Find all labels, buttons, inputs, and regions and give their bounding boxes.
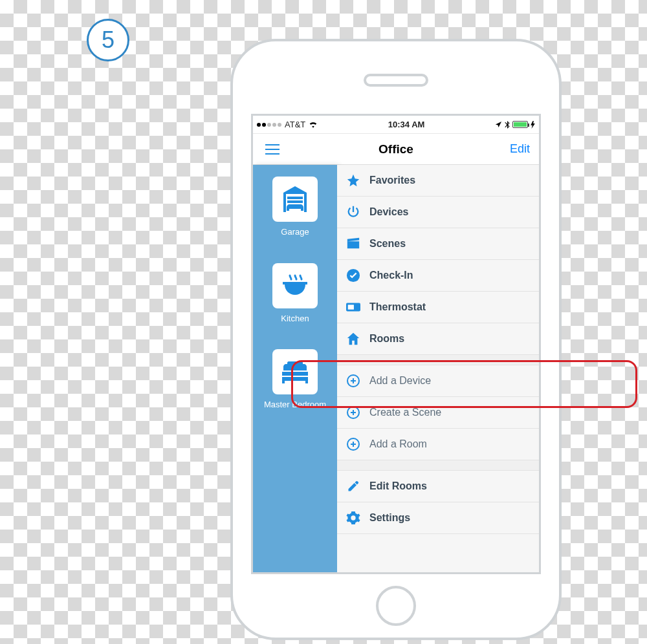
nav-header: Office Edit (253, 134, 539, 165)
menu-item-create-scene[interactable]: Create a Scene (337, 397, 539, 429)
menu-item-label: Add a Room (369, 438, 427, 450)
home-icon (346, 332, 360, 346)
step-number: 5 (102, 27, 115, 54)
plus-circle-icon (346, 437, 360, 451)
bedroom-icon (281, 358, 309, 386)
wifi-icon (309, 121, 318, 128)
svg-rect-2 (348, 305, 354, 309)
bluetooth-icon (505, 121, 510, 129)
kitchen-icon (281, 272, 309, 300)
status-bar: AT&T 10:34 AM (253, 116, 539, 134)
menu-item-thermostat[interactable]: Thermostat (337, 292, 539, 323)
status-right (495, 121, 535, 129)
hamburger-icon (265, 144, 280, 155)
garage-icon (281, 185, 309, 213)
sidebar-item-label: Kitchen (263, 314, 327, 324)
menu-item-label: Favorites (369, 175, 415, 186)
menu-item-label: Check-In (369, 270, 413, 281)
status-time: 10:34 AM (318, 120, 495, 129)
plus-circle-icon (346, 405, 360, 420)
location-icon (495, 121, 502, 128)
app-screen: AT&T 10:34 AM Office Edit (251, 114, 541, 574)
charging-icon (531, 121, 535, 129)
sidebar-item-label: Master Bedroom (263, 400, 327, 410)
menu-item-check-in[interactable]: Check-In (337, 260, 539, 292)
menu-item-favorites[interactable]: Favorites (337, 165, 539, 197)
menu-item-settings[interactable]: Settings (337, 502, 539, 534)
check-circle-icon (346, 268, 360, 283)
menu-item-label: Edit Rooms (369, 480, 427, 492)
menu-item-label: Settings (369, 512, 410, 524)
signal-dots-icon (257, 123, 281, 127)
star-icon (346, 173, 360, 188)
page-title: Office (253, 142, 539, 156)
thermostat-icon (346, 300, 360, 314)
menu-item-add-device[interactable]: Add a Device (337, 365, 539, 397)
menu-item-add-room[interactable]: Add a Room (337, 429, 539, 460)
menu-item-label: Create a Scene (369, 407, 441, 418)
sidebar-item-master-bedroom[interactable]: Master Bedroom (253, 349, 337, 410)
clapper-icon (346, 237, 360, 251)
phone-frame: AT&T 10:34 AM Office Edit (230, 39, 562, 640)
menu-item-label: Devices (369, 206, 409, 218)
room-tile (272, 177, 318, 222)
room-tile (272, 263, 318, 308)
carrier-label: AT&T (285, 120, 305, 129)
status-left: AT&T (257, 120, 318, 129)
menu-item-label: Thermostat (369, 301, 426, 313)
pencil-icon (346, 479, 360, 493)
sidebar-item-kitchen[interactable]: Kitchen (253, 263, 337, 324)
phone-home-button[interactable] (376, 586, 416, 626)
sidebar-item-label: Garage (263, 227, 327, 237)
menu-item-label: Add a Device (369, 375, 431, 387)
edit-button[interactable]: Edit (510, 142, 539, 156)
menu-spacer (337, 460, 539, 471)
menu-button[interactable] (253, 144, 292, 155)
menu-item-devices[interactable]: Devices (337, 197, 539, 228)
menu-item-label: Rooms (369, 333, 404, 345)
menu-item-rooms[interactable]: Rooms (337, 323, 539, 355)
main-menu: Favorites Devices Scenes Check-In (337, 165, 539, 572)
menu-item-edit-rooms[interactable]: Edit Rooms (337, 471, 539, 502)
menu-spacer (337, 355, 539, 365)
sidebar-item-garage[interactable]: Garage (253, 177, 337, 237)
power-icon (346, 205, 360, 219)
battery-icon (512, 121, 528, 128)
phone-speaker (364, 74, 428, 87)
room-sidebar: Garage Kitchen Master Bedroom (253, 165, 337, 572)
menu-item-scenes[interactable]: Scenes (337, 228, 539, 260)
menu-item-label: Scenes (369, 238, 406, 250)
step-number-badge: 5 (87, 19, 129, 61)
room-tile (272, 349, 318, 394)
plus-circle-icon (346, 374, 360, 388)
gear-icon (346, 511, 360, 525)
app-body: Garage Kitchen Master Bedroom (253, 165, 539, 572)
